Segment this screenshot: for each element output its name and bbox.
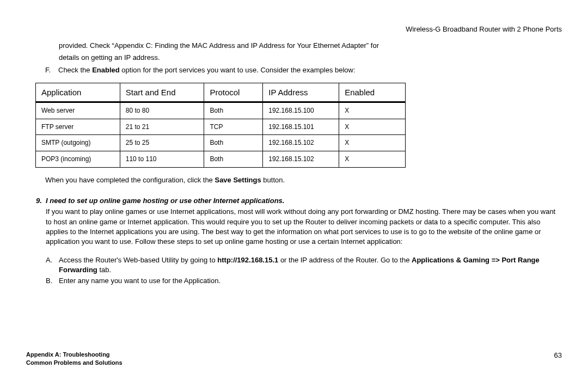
th-ip: IP Address	[263, 83, 339, 102]
f-bold: Enabled	[92, 66, 120, 74]
cell-se: 21 to 21	[120, 119, 204, 135]
cell-se: 25 to 25	[120, 135, 204, 151]
intro-line1: provided. Check “Appendix C: Finding the…	[59, 41, 562, 51]
cell-ip: 192.168.15.102	[263, 135, 339, 151]
list-text-f: Check the Enabled option for the port se…	[58, 65, 356, 75]
a-prefix: Access the Router's Web-based Utility by…	[59, 256, 217, 264]
th-enabled: Enabled	[339, 83, 406, 102]
cell-se: 110 to 110	[120, 151, 204, 168]
step-a: A. Access the Router's Web-based Utility…	[46, 255, 562, 275]
cell-en: X	[339, 102, 406, 119]
save-prefix: When you have completed the configuratio…	[45, 176, 215, 184]
intro-line2: details on getting an IP address.	[59, 53, 562, 63]
save-settings-line: When you have completed the configuratio…	[45, 175, 562, 185]
a-bold1: http://192.168.15.1	[217, 256, 278, 264]
page-number: 63	[554, 351, 562, 367]
th-start-end: Start and End	[120, 83, 204, 102]
question-number: 9.	[36, 196, 46, 206]
step-letter-b: B.	[46, 276, 59, 286]
step-b: B. Enter any name you want to use for th…	[46, 276, 562, 286]
table-row: SMTP (outgoing) 25 to 25 Both 192.168.15…	[36, 135, 406, 151]
footer-line2: Common Problems and Solutions	[26, 359, 122, 367]
cell-se: 80 to 80	[120, 102, 204, 119]
cell-proto: Both	[204, 135, 263, 151]
cell-app: FTP server	[36, 119, 120, 135]
step-letter-a: A.	[46, 255, 59, 275]
cell-app: Web server	[36, 102, 120, 119]
a-mid: or the IP address of the Router. Go to t…	[278, 256, 412, 264]
a-suffix: tab.	[97, 266, 111, 274]
f-prefix: Check the	[58, 66, 92, 74]
step-text-b: Enter any name you want to use for the A…	[59, 276, 220, 286]
list-item-f: F. Check the Enabled option for the port…	[45, 65, 562, 75]
cell-ip: 192.168.15.102	[263, 151, 339, 168]
table-row: Web server 80 to 80 Both 192.168.15.100 …	[36, 102, 406, 119]
cell-en: X	[339, 135, 406, 151]
footer-line1: Appendix A: Troubleshooting	[26, 351, 122, 359]
save-bold: Save Settings	[215, 176, 261, 184]
th-protocol: Protocol	[204, 83, 263, 102]
table-row: POP3 (incoming) 110 to 110 Both 192.168.…	[36, 151, 406, 168]
cell-proto: Both	[204, 151, 263, 168]
th-application: Application	[36, 83, 120, 102]
cell-proto: TCP	[204, 119, 263, 135]
cell-en: X	[339, 119, 406, 135]
question-text: I need to set up online game hosting or …	[46, 197, 284, 205]
save-suffix: button.	[261, 176, 285, 184]
cell-proto: Both	[204, 102, 263, 119]
table-row: FTP server 21 to 21 TCP 192.168.15.101 X	[36, 119, 406, 135]
page-footer: Appendix A: Troubleshooting Common Probl…	[26, 351, 562, 367]
cell-app: POP3 (incoming)	[36, 151, 120, 168]
list-letter-f: F.	[45, 65, 58, 75]
cell-app: SMTP (outgoing)	[36, 135, 120, 151]
header-title: Wireless-G Broadband Router with 2 Phone…	[26, 24, 562, 34]
port-forwarding-table: Application Start and End Protocol IP Ad…	[35, 83, 406, 168]
cell-en: X	[339, 151, 406, 168]
cell-ip: 192.168.15.100	[263, 102, 339, 119]
question-line: 9.I need to set up online game hosting o…	[36, 196, 562, 206]
cell-ip: 192.168.15.101	[263, 119, 339, 135]
answer-paragraph: If you want to play online games or use …	[46, 207, 562, 247]
f-suffix: option for the port services you want to…	[120, 66, 356, 74]
step-text-a: Access the Router's Web-based Utility by…	[59, 255, 562, 275]
